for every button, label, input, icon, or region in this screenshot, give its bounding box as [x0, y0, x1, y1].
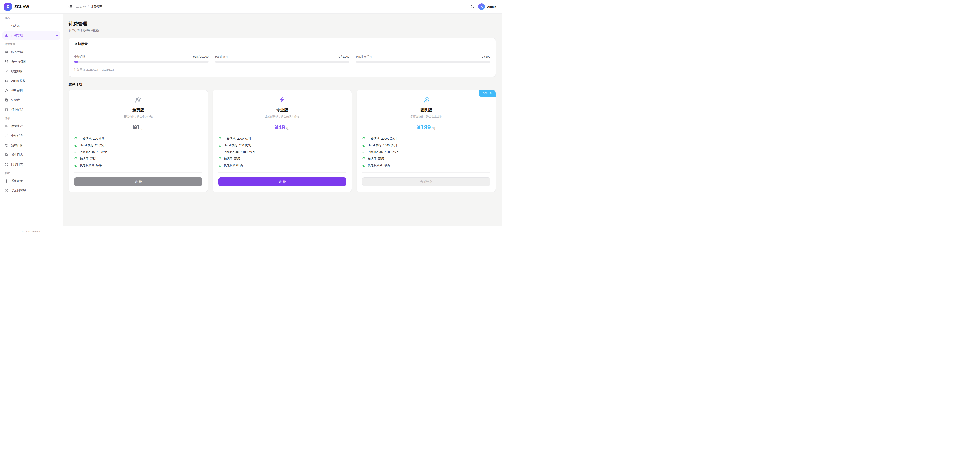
- sidebar-collapse-icon[interactable]: [68, 5, 73, 9]
- zap-icon: [279, 96, 286, 103]
- plan-feature: Pipeline 运行: 100 次/月: [218, 150, 346, 154]
- sidebar-item-中转任务[interactable]: 中转任务: [2, 132, 60, 140]
- sidebar-item-label: 操作日志: [11, 153, 23, 157]
- check-circle-icon: [362, 157, 366, 160]
- plan-feature: 优先级队列: 最高: [362, 164, 490, 167]
- clock-icon: [5, 143, 9, 147]
- plan-price-period: /月: [140, 127, 144, 131]
- sidebar-section: 系统系统配置提示词管理: [2, 172, 60, 195]
- sidebar-item-定时任务[interactable]: 定时任务: [2, 141, 60, 150]
- sidebar-section-label: 核心: [2, 17, 60, 20]
- plan-card-free: 免费版基础功能，适合个人体验¥0/月中转请求: 100 次/月Hand 执行: …: [68, 90, 208, 192]
- plan-feature: Hand 执行: 1000 次/月: [362, 143, 490, 147]
- sidebar-item-角色与权限[interactable]: 角色与权限: [2, 57, 60, 66]
- sidebar-section: 资源管理账号管理角色与权限模型服务Agent 模板API 密钥知识库行业配置: [2, 43, 60, 114]
- usage-card-title: 当前用量: [69, 38, 496, 50]
- metric-label: Hand 执行: [215, 55, 228, 59]
- plan-name: 免费版: [74, 107, 202, 113]
- page-subtitle: 管理订阅计划和用量配额: [68, 29, 496, 32]
- sidebar-item-label: Agent 模板: [11, 79, 25, 83]
- sidebar-item-label: API 密钥: [11, 89, 22, 92]
- check-circle-icon: [218, 157, 222, 160]
- sidebar-item-提示词管理[interactable]: 提示词管理: [2, 186, 60, 195]
- user-name: Admin: [487, 5, 496, 8]
- progress-fill: [74, 61, 78, 62]
- user-menu[interactable]: A Admin: [478, 3, 496, 10]
- sidebar-item-系统配置[interactable]: 系统配置: [2, 177, 60, 185]
- crown-icon: [5, 33, 9, 37]
- sidebar-section-label: 运维: [2, 117, 60, 120]
- sidebar-footer-version: ZCLAW Admin v2: [0, 226, 62, 236]
- sidebar-item-label: 同步日志: [11, 163, 23, 166]
- plan-cards: 免费版基础功能，适合个人体验¥0/月中转请求: 100 次/月Hand 执行: …: [68, 90, 496, 192]
- plan-feature-text: 知识库: 高级: [224, 157, 240, 161]
- sidebar-item-计费管理[interactable]: 计费管理: [2, 31, 60, 40]
- check-circle-icon: [74, 144, 78, 147]
- plans-heading: 选择计划: [68, 82, 496, 87]
- archive-icon: [5, 108, 9, 111]
- plan-feature: 知识库: 基础: [74, 157, 202, 161]
- sidebar-item-API 密钥[interactable]: API 密钥: [2, 86, 60, 94]
- plan-feature-text: Hand 执行: 200 次/月: [224, 143, 252, 147]
- breadcrumb-root[interactable]: ZCLAW: [76, 5, 86, 8]
- plan-feature: Pipeline 运行: 500 次/月: [362, 150, 490, 154]
- avatar: A: [478, 3, 485, 10]
- sidebar-item-Agent 模板[interactable]: Agent 模板: [2, 76, 60, 85]
- check-circle-icon: [74, 164, 78, 167]
- users-icon: [5, 50, 9, 54]
- divider: [362, 172, 490, 173]
- plan-feature: 知识库: 高级: [218, 157, 346, 161]
- sidebar-item-label: 仪表盘: [11, 24, 20, 28]
- top-header: ZCLAW / 计费管理 A Admin: [63, 0, 502, 14]
- sidebar-item-操作日志[interactable]: 操作日志: [2, 151, 60, 159]
- bar-chart-icon: [5, 124, 9, 128]
- sidebar-item-用量统计[interactable]: 用量统计: [2, 122, 60, 130]
- plan-feature-text: 知识库: 基础: [80, 157, 96, 161]
- breadcrumb: ZCLAW / 计费管理: [76, 5, 102, 9]
- plan-price-amount: ¥0: [133, 124, 139, 131]
- plan-card-team: 当前计划团队版多席位协作，适合企业团队¥199/月中转请求: 20000 次/月…: [356, 90, 496, 192]
- sidebar-item-仪表盘[interactable]: 仪表盘: [2, 22, 60, 30]
- divider: [74, 172, 202, 173]
- sidebar-item-行业配置[interactable]: 行业配置: [2, 105, 60, 114]
- sidebar-item-模型服务[interactable]: 模型服务: [2, 67, 60, 75]
- check-circle-icon: [74, 137, 78, 140]
- bot-icon: [5, 79, 9, 83]
- usage-metrics: 中转请求 568 / 20,000 Hand 执行 0 / 1,000 Pipe…: [74, 55, 490, 62]
- plan-price: ¥0/月: [74, 124, 202, 131]
- plan-pro-button[interactable]: 升级: [218, 177, 346, 186]
- team-users-icon: [423, 96, 430, 103]
- message-dots-icon: [5, 189, 9, 193]
- plan-features: 中转请求: 100 次/月Hand 执行: 20 次/月Pipeline 运行:…: [74, 137, 202, 167]
- sidebar-item-知识库[interactable]: 知识库: [2, 96, 60, 104]
- sidebar-item-label: 角色与权限: [11, 60, 26, 64]
- progress-track: [215, 61, 350, 62]
- file-text-icon: [5, 153, 9, 157]
- plan-name: 团队版: [362, 107, 490, 113]
- usage-metric: Hand 执行 0 / 1,000: [215, 55, 350, 62]
- plan-feature-text: Pipeline 运行: 500 次/月: [368, 150, 399, 154]
- progress-track: [356, 61, 490, 62]
- active-dot: [56, 35, 58, 36]
- sidebar-section: 运维用量统计中转任务定时任务操作日志同步日志: [2, 117, 60, 169]
- sidebar-item-账号管理[interactable]: 账号管理: [2, 48, 60, 56]
- page-title: 计费管理: [68, 21, 496, 27]
- plan-feature-text: 知识库: 高级: [368, 157, 384, 161]
- dark-mode-moon-icon[interactable]: [470, 5, 474, 9]
- plan-feature-text: Hand 执行: 20 次/月: [80, 143, 106, 147]
- sidebar-item-同步日志[interactable]: 同步日志: [2, 160, 60, 169]
- current-usage-card: 当前用量 中转请求 568 / 20,000 Hand 执行 0 / 1,000…: [68, 38, 496, 77]
- plan-feature-text: 优先级队列: 标准: [80, 164, 102, 167]
- plan-features: 中转请求: 20000 次/月Hand 执行: 1000 次/月Pipeline…: [362, 137, 490, 167]
- check-circle-icon: [218, 164, 222, 167]
- sidebar: Z ZCLAW 核心仪表盘计费管理资源管理账号管理角色与权限模型服务Agent …: [0, 0, 63, 236]
- plan-free-button[interactable]: 升级: [74, 177, 202, 186]
- sidebar-item-label: 账号管理: [11, 50, 23, 54]
- plan-price-amount: ¥49: [275, 124, 285, 131]
- plan-feature: 知识库: 高级: [362, 157, 490, 161]
- plan-feature-text: 优先级队列: 最高: [368, 164, 390, 167]
- sidebar-item-label: 提示词管理: [11, 189, 26, 193]
- metric-value: 0 / 500: [482, 55, 490, 58]
- breadcrumb-current: 计费管理: [91, 5, 102, 9]
- plan-feature-text: Hand 执行: 1000 次/月: [368, 143, 397, 147]
